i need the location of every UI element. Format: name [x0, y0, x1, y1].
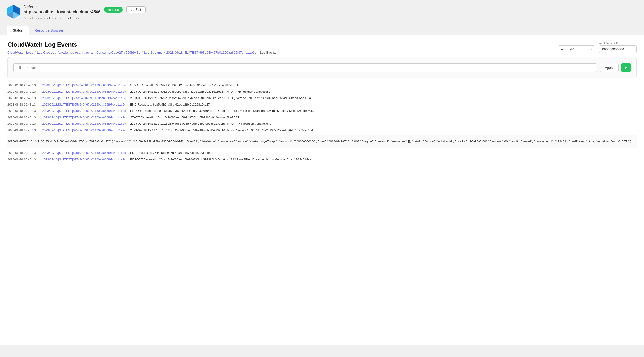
log-events-list: 2023-09-18 20:43:13[2023/09/18/[$LATEST]… — [8, 82, 636, 133]
tab-status[interactable]: Status — [7, 26, 29, 34]
log-stream-link[interactable]: [2023/09/18/[$LATEST]695c940467b01160aa8… — [41, 109, 130, 113]
region-select[interactable]: us-east-1 us-east-2 us-west-1 us-west-2 … — [558, 45, 596, 53]
header: Default https://localhost.localstack.clo… — [0, 0, 644, 24]
log-stream-link[interactable]: [2023/09/18/[$LATEST]695c940467b01160aa8… — [41, 121, 130, 126]
log-detail-block: 2023-09-18T15:13:13.113Z 25c445c1-086a-4… — [8, 135, 636, 148]
log-row: 2023-09-18 20:43:13[2023/09/18/[$LATEST]… — [8, 114, 636, 121]
breadcrumb-cloudwatch-logs[interactable]: CloudWatch Logs — [8, 51, 33, 54]
edit-button[interactable]: Edit — [126, 6, 146, 13]
log-message: REPORT RequestId: 25c445c1-086a-4b58-948… — [130, 157, 636, 162]
page-title: CloudWatch Log Events — [8, 41, 276, 48]
edit-icon — [131, 8, 134, 11]
log-row: 2023-09-18 20:43:13[2023/09/18/[$LATEST]… — [8, 88, 636, 95]
log-row: 2023-09-18 20:43:13[2023/09/18/[$LATEST]… — [8, 156, 636, 163]
log-timestamp: 2023-09-18 20:43:13 — [8, 157, 41, 162]
breadcrumb-current: Log Events — [260, 51, 276, 54]
log-stream-link[interactable]: [2023/09/18/[$LATEST]695c940467b01160aa8… — [41, 83, 130, 87]
tab-resource-browser[interactable]: Resource Browser — [29, 26, 69, 34]
log-row: 2023-09-18 20:43:13[2023/09/18/[$LATEST]… — [8, 120, 636, 127]
instance-name-url: Default https://localhost.localstack.clo… — [23, 5, 100, 14]
region-select-wrapper: us-east-1 us-east-2 us-west-1 us-west-2 … — [558, 45, 596, 53]
log-timestamp: 2023-09-18 20:43:13 — [8, 96, 41, 100]
breadcrumb-stream-id[interactable]: 2023/09/18/[$LATEST]695c940467b01160aa86… — [166, 51, 256, 54]
filter-section: Apply — [8, 57, 636, 78]
log-timestamp: 2023-09-18 20:43:13 — [8, 151, 41, 155]
log-message: END RequestId: 9bb5b9b2-d36a-42dc-a8fb-0… — [130, 102, 636, 107]
log-timestamp: 2023-09-18 20:43:13 — [8, 115, 41, 120]
log-stream-link[interactable]: [2023/09/18/[$LATEST]695c940467b01160aa8… — [41, 102, 130, 107]
log-stream-link[interactable]: [2023/09/18/[$LATEST]695c940467b01160aa8… — [41, 89, 130, 94]
play-button[interactable] — [621, 63, 631, 72]
log-message: 2023-09-18T15:13:13.113Z 25c445c1-086a-4… — [130, 128, 636, 133]
log-timestamp: 2023-09-18 20:43:13 — [8, 89, 41, 94]
log-message: 2023-09-18T15:13:13.112Z 25c445c1-086a-4… — [130, 121, 636, 126]
log-footer-list: 2023-09-18 20:43:13[2023/09/18/[$LATEST]… — [8, 150, 636, 162]
log-stream-link[interactable]: [2023/09/18/[$LATEST]695c940467b01160aa8… — [41, 96, 130, 100]
log-timestamp: 2023-09-18 20:43:13 — [8, 83, 41, 87]
log-stream-link[interactable]: [2023/09/18/[$LATEST]695c940467b01160aa8… — [41, 128, 130, 133]
log-stream-link[interactable]: [2023/09/18/[$LATEST]695c940467b01160aa8… — [41, 157, 130, 162]
filter-pattern-input[interactable] — [13, 63, 597, 72]
breadcrumb-log-streams[interactable]: Log Streams — [144, 51, 162, 54]
log-row: 2023-09-18 20:43:13[2023/09/18/[$LATEST]… — [8, 101, 636, 108]
main-content: CloudWatch Log Events CloudWatch Logs / … — [0, 34, 644, 345]
log-row: 2023-09-18 20:43:13[2023/09/18/[$LATEST]… — [8, 127, 636, 134]
header-info: Default https://localhost.localstack.clo… — [23, 5, 637, 20]
log-message: 2023-09-18T15:13:12.922Z 9bb5b9b2-d36a-4… — [130, 96, 636, 100]
log-row: 2023-09-18 20:43:13[2023/09/18/[$LATEST]… — [8, 82, 636, 88]
log-detail-text: 2023-09-18T15:13:13.113Z 25c445c1-086a-4… — [8, 140, 631, 143]
log-message: END RequestId: 25c445c1-086a-4b58-9487-0… — [130, 151, 636, 155]
svg-marker-4 — [625, 66, 628, 69]
log-message: REPORT RequestId: 9bb5b9b2-d36a-42dc-a8f… — [130, 109, 636, 113]
log-timestamp: 2023-09-18 20:43:13 — [8, 121, 41, 126]
log-message: START RequestId: 9bb5b9b2-d36a-42dc-a8fb… — [130, 83, 636, 87]
logo — [7, 5, 20, 19]
tabs-bar: Status Resource Browser — [0, 26, 644, 34]
status-badge: running — [104, 6, 123, 12]
log-timestamp: 2023-09-18 20:43:13 — [8, 109, 41, 113]
log-row: 2023-09-18 20:43:13[2023/09/18/[$LATEST]… — [8, 95, 636, 101]
breadcrumb: CloudWatch Logs / Log Groups / /aws/lamb… — [8, 51, 276, 54]
instance-name: Default — [23, 5, 37, 9]
apply-button[interactable]: Apply — [600, 63, 618, 72]
instance-url: https://localhost.localstack.cloud:4566 — [23, 9, 100, 14]
log-stream-link[interactable]: [2023/09/18/[$LATEST]695c940467b01160aa8… — [41, 115, 130, 120]
breadcrumb-log-groups[interactable]: Log Groups — [37, 51, 54, 54]
log-message: START RequestId: 25c445c1-086a-4b58-9487… — [130, 115, 636, 120]
log-stream-link[interactable]: [2023/09/18/[$LATEST]695c940467b01160aa8… — [41, 151, 130, 155]
log-timestamp: 2023-09-18 20:43:13 — [8, 128, 41, 133]
account-id-value: 000000000000 — [599, 45, 636, 53]
account-id-label: AWS Account ID — [599, 42, 636, 45]
account-id-wrapper: AWS Account ID 000000000000 — [599, 42, 636, 53]
log-timestamp: 2023-09-18 20:43:13 — [8, 102, 41, 107]
log-row: 2023-09-18 20:43:13[2023/09/18/[$LATEST]… — [8, 108, 636, 114]
log-message: 2023-09-18T15:13:12.895Z 9bb5b9b2-d36a-4… — [130, 89, 636, 94]
instance-description: Default LocalStack instance bookmark — [23, 16, 637, 20]
play-icon — [624, 66, 628, 69]
log-row: 2023-09-18 20:43:13[2023/09/18/[$LATEST]… — [8, 150, 636, 156]
breadcrumb-lambda-fn[interactable]: /aws/lambda/sam-app-atmConsumerCase2Fn-5… — [58, 51, 140, 54]
